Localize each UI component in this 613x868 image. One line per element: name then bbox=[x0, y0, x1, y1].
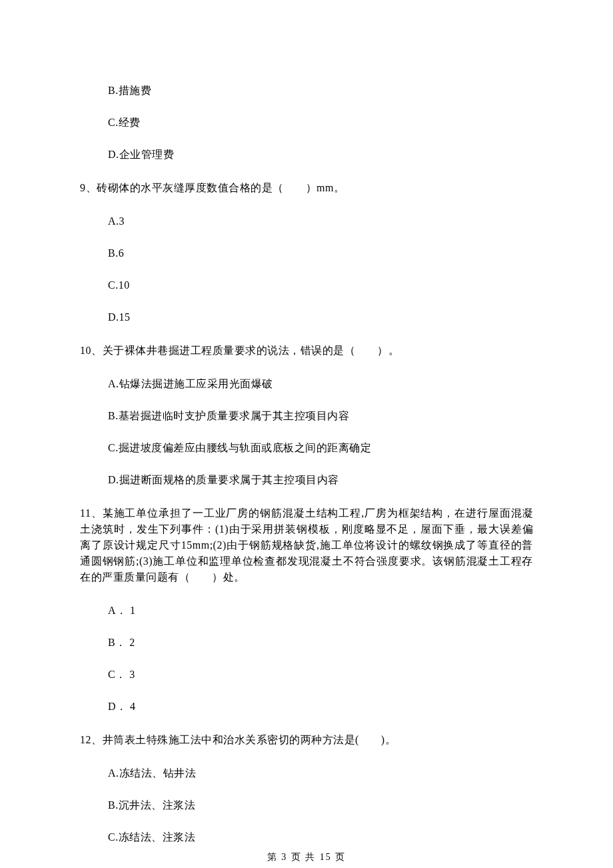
q12-option-a: A.冻结法、钻井法 bbox=[108, 765, 533, 781]
q8-option-c: C.经费 bbox=[108, 115, 533, 131]
q10-option-d: D.掘进断面规格的质量要求属于其主控项目内容 bbox=[108, 472, 533, 488]
q11-stem: 11、某施工单位承担了一工业厂房的钢筋混凝土结构工程,厂房为框架结构，在进行屋面… bbox=[80, 505, 533, 585]
q11-option-b: B． 2 bbox=[108, 635, 533, 651]
q12-option-c: C.冻结法、注浆法 bbox=[108, 829, 533, 845]
q11-option-d: D． 4 bbox=[108, 699, 533, 715]
q9-option-b: B.6 bbox=[108, 245, 533, 261]
q12-option-b: B.沉井法、注浆法 bbox=[108, 797, 533, 813]
q10-option-c: C.掘进坡度偏差应由腰线与轨面或底板之间的距离确定 bbox=[108, 440, 533, 456]
q10-option-b: B.基岩掘进临时支护质量要求属于其主控项目内容 bbox=[108, 408, 533, 424]
document-page: B.措施费 C.经费 D.企业管理费 9、砖砌体的水平灰缝厚度数值合格的是（ ）… bbox=[0, 0, 613, 868]
page-footer: 第 3 页 共 15 页 bbox=[0, 850, 613, 864]
q9-option-c: C.10 bbox=[108, 277, 533, 293]
q12-stem: 12、井筒表土特殊施工法中和治水关系密切的两种方法是( )。 bbox=[80, 732, 533, 748]
q8-option-d: D.企业管理费 bbox=[108, 147, 533, 163]
q11-option-c: C． 3 bbox=[108, 667, 533, 683]
q9-option-a: A.3 bbox=[108, 213, 533, 229]
q10-stem: 10、关于裸体井巷掘进工程质量要求的说法，错误的是（ ）。 bbox=[80, 343, 533, 359]
q9-stem: 9、砖砌体的水平灰缝厚度数值合格的是（ ）mm。 bbox=[80, 180, 533, 196]
q8-option-b: B.措施费 bbox=[108, 83, 533, 99]
q11-option-a: A． 1 bbox=[108, 603, 533, 619]
q9-option-d: D.15 bbox=[108, 309, 533, 325]
q10-option-a: A.钻爆法掘进施工应采用光面爆破 bbox=[108, 376, 533, 392]
